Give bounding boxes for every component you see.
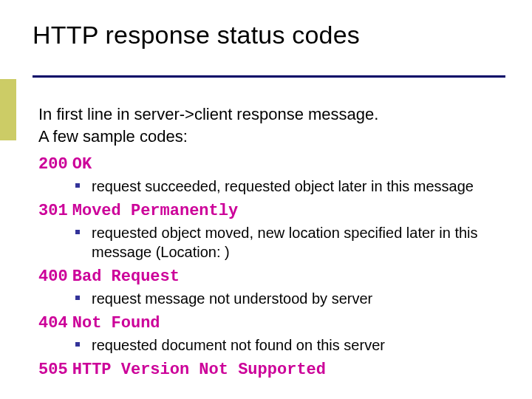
intro-text: In first line in server->client response…: [38, 103, 378, 147]
code-number: 200: [38, 155, 68, 174]
intro-line-1: In first line in server->client response…: [38, 103, 378, 126]
code-description: requested document not found on this ser…: [92, 335, 385, 355]
bullet-icon: [75, 342, 80, 347]
code-description-row: request succeeded, requested object late…: [38, 177, 515, 196]
code-number: 505: [38, 361, 68, 379]
code-description: request message not understood by server: [92, 289, 372, 308]
code-phrase: Moved Permanently: [72, 202, 238, 220]
code-entry: 200 OK: [38, 154, 515, 174]
codes-list: 200 OK request succeeded, requested obje…: [38, 152, 515, 381]
slide-title: HTTP response status codes: [33, 21, 360, 50]
code-entry: 404 Not Found: [38, 313, 515, 332]
bullet-icon: [75, 230, 80, 234]
code-entry: 505 HTTP Version Not Supported: [38, 359, 515, 379]
code-description-row: request message not understood by server: [38, 289, 515, 308]
code-phrase: HTTP Version Not Supported: [72, 361, 326, 379]
code-number: 301: [38, 202, 68, 220]
bullet-icon: [75, 296, 80, 300]
code-number: 400: [38, 267, 68, 286]
code-phrase: OK: [72, 155, 92, 174]
code-entry: 400 Bad Request: [38, 266, 515, 286]
code-description-row: requested object moved, new location spe…: [38, 223, 515, 262]
title-underline: [33, 75, 505, 78]
intro-line-2: A few sample codes:: [38, 126, 378, 148]
code-phrase: Not Found: [72, 314, 160, 332]
code-number: 404: [38, 314, 68, 332]
bullet-icon: [75, 183, 80, 188]
code-description: requested object moved, new location spe…: [92, 223, 515, 262]
code-description: request succeeded, requested object late…: [92, 177, 474, 196]
code-phrase: Bad Request: [72, 267, 180, 286]
code-entry: 301 Moved Permanently: [38, 200, 515, 220]
code-description-row: requested document not found on this ser…: [38, 335, 515, 355]
left-accent-bar: [0, 79, 16, 140]
slide: HTTP response status codes In first line…: [0, 0, 532, 399]
